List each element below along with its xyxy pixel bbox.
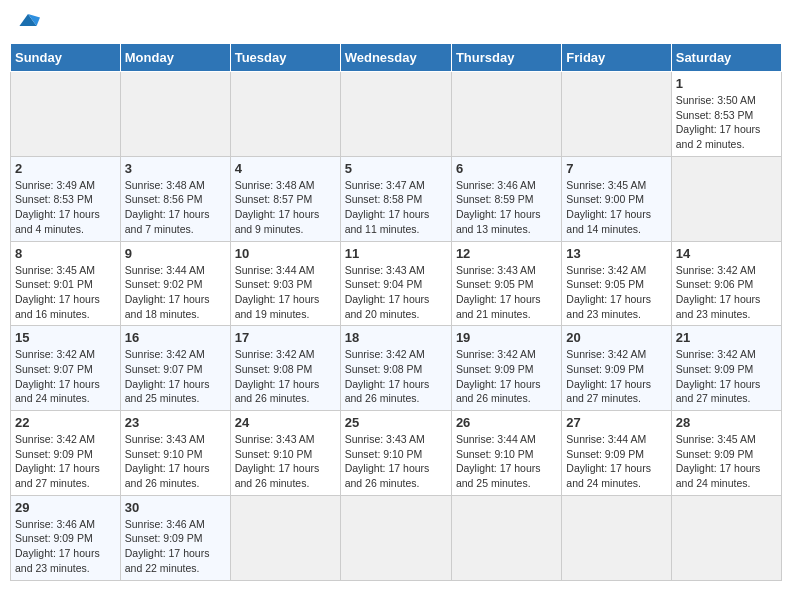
day-cell: 22Sunrise: 3:42 AMSunset: 9:09 PMDayligh… (11, 411, 121, 496)
day-number: 12 (456, 246, 557, 261)
calendar-header-row: SundayMondayTuesdayWednesdayThursdayFrid… (11, 44, 782, 72)
day-info: Sunrise: 3:44 AMSunset: 9:03 PMDaylight:… (235, 264, 320, 320)
day-cell: 4Sunrise: 3:48 AMSunset: 8:57 PMDaylight… (230, 156, 340, 241)
day-number: 21 (676, 330, 777, 345)
day-cell: 18Sunrise: 3:42 AMSunset: 9:08 PMDayligh… (340, 326, 451, 411)
column-header-thursday: Thursday (451, 44, 561, 72)
day-number: 19 (456, 330, 557, 345)
day-info: Sunrise: 3:43 AMSunset: 9:05 PMDaylight:… (456, 264, 541, 320)
day-cell: 29Sunrise: 3:46 AMSunset: 9:09 PMDayligh… (11, 495, 121, 580)
day-number: 14 (676, 246, 777, 261)
day-number: 27 (566, 415, 666, 430)
day-info: Sunrise: 3:43 AMSunset: 9:04 PMDaylight:… (345, 264, 430, 320)
day-number: 16 (125, 330, 226, 345)
day-number: 25 (345, 415, 447, 430)
day-info: Sunrise: 3:42 AMSunset: 9:07 PMDaylight:… (125, 348, 210, 404)
empty-cell (230, 495, 340, 580)
day-info: Sunrise: 3:43 AMSunset: 9:10 PMDaylight:… (345, 433, 430, 489)
calendar-row: 2Sunrise: 3:49 AMSunset: 8:53 PMDaylight… (11, 156, 782, 241)
column-header-monday: Monday (120, 44, 230, 72)
day-cell: 13Sunrise: 3:42 AMSunset: 9:05 PMDayligh… (562, 241, 671, 326)
day-cell: 27Sunrise: 3:44 AMSunset: 9:09 PMDayligh… (562, 411, 671, 496)
empty-cell (562, 495, 671, 580)
day-number: 28 (676, 415, 777, 430)
day-cell: 10Sunrise: 3:44 AMSunset: 9:03 PMDayligh… (230, 241, 340, 326)
empty-cell (120, 72, 230, 157)
logo (14, 10, 42, 35)
day-number: 7 (566, 161, 666, 176)
day-cell: 26Sunrise: 3:44 AMSunset: 9:10 PMDayligh… (451, 411, 561, 496)
day-cell: 2Sunrise: 3:49 AMSunset: 8:53 PMDaylight… (11, 156, 121, 241)
column-header-saturday: Saturday (671, 44, 781, 72)
empty-cell (230, 72, 340, 157)
day-info: Sunrise: 3:45 AMSunset: 9:09 PMDaylight:… (676, 433, 761, 489)
calendar-row: 15Sunrise: 3:42 AMSunset: 9:07 PMDayligh… (11, 326, 782, 411)
day-cell: 12Sunrise: 3:43 AMSunset: 9:05 PMDayligh… (451, 241, 561, 326)
day-cell: 30Sunrise: 3:46 AMSunset: 9:09 PMDayligh… (120, 495, 230, 580)
day-number: 8 (15, 246, 116, 261)
day-info: Sunrise: 3:48 AMSunset: 8:57 PMDaylight:… (235, 179, 320, 235)
day-number: 10 (235, 246, 336, 261)
day-cell: 19Sunrise: 3:42 AMSunset: 9:09 PMDayligh… (451, 326, 561, 411)
day-cell: 15Sunrise: 3:42 AMSunset: 9:07 PMDayligh… (11, 326, 121, 411)
day-cell: 9Sunrise: 3:44 AMSunset: 9:02 PMDaylight… (120, 241, 230, 326)
day-info: Sunrise: 3:46 AMSunset: 8:59 PMDaylight:… (456, 179, 541, 235)
empty-cell (671, 156, 781, 241)
day-cell: 28Sunrise: 3:45 AMSunset: 9:09 PMDayligh… (671, 411, 781, 496)
day-cell: 5Sunrise: 3:47 AMSunset: 8:58 PMDaylight… (340, 156, 451, 241)
day-number: 17 (235, 330, 336, 345)
empty-cell (340, 72, 451, 157)
empty-cell (451, 72, 561, 157)
day-info: Sunrise: 3:44 AMSunset: 9:09 PMDaylight:… (566, 433, 651, 489)
logo-icon (16, 10, 40, 30)
day-info: Sunrise: 3:42 AMSunset: 9:08 PMDaylight:… (235, 348, 320, 404)
calendar-row: 1Sunrise: 3:50 AMSunset: 8:53 PMDaylight… (11, 72, 782, 157)
column-header-tuesday: Tuesday (230, 44, 340, 72)
column-header-friday: Friday (562, 44, 671, 72)
day-info: Sunrise: 3:47 AMSunset: 8:58 PMDaylight:… (345, 179, 430, 235)
day-info: Sunrise: 3:42 AMSunset: 9:09 PMDaylight:… (456, 348, 541, 404)
day-info: Sunrise: 3:48 AMSunset: 8:56 PMDaylight:… (125, 179, 210, 235)
calendar-table: SundayMondayTuesdayWednesdayThursdayFrid… (10, 43, 782, 581)
day-number: 30 (125, 500, 226, 515)
day-cell: 3Sunrise: 3:48 AMSunset: 8:56 PMDaylight… (120, 156, 230, 241)
day-number: 22 (15, 415, 116, 430)
empty-cell (451, 495, 561, 580)
day-cell: 1Sunrise: 3:50 AMSunset: 8:53 PMDaylight… (671, 72, 781, 157)
day-info: Sunrise: 3:42 AMSunset: 9:06 PMDaylight:… (676, 264, 761, 320)
day-cell: 25Sunrise: 3:43 AMSunset: 9:10 PMDayligh… (340, 411, 451, 496)
day-info: Sunrise: 3:42 AMSunset: 9:05 PMDaylight:… (566, 264, 651, 320)
day-info: Sunrise: 3:42 AMSunset: 9:09 PMDaylight:… (15, 433, 100, 489)
day-info: Sunrise: 3:46 AMSunset: 9:09 PMDaylight:… (125, 518, 210, 574)
day-info: Sunrise: 3:46 AMSunset: 9:09 PMDaylight:… (15, 518, 100, 574)
empty-cell (671, 495, 781, 580)
empty-cell (562, 72, 671, 157)
day-number: 23 (125, 415, 226, 430)
day-number: 24 (235, 415, 336, 430)
day-number: 3 (125, 161, 226, 176)
day-number: 29 (15, 500, 116, 515)
day-info: Sunrise: 3:42 AMSunset: 9:09 PMDaylight:… (676, 348, 761, 404)
column-header-sunday: Sunday (11, 44, 121, 72)
day-info: Sunrise: 3:43 AMSunset: 9:10 PMDaylight:… (235, 433, 320, 489)
day-cell: 20Sunrise: 3:42 AMSunset: 9:09 PMDayligh… (562, 326, 671, 411)
day-info: Sunrise: 3:44 AMSunset: 9:10 PMDaylight:… (456, 433, 541, 489)
day-cell: 23Sunrise: 3:43 AMSunset: 9:10 PMDayligh… (120, 411, 230, 496)
day-info: Sunrise: 3:50 AMSunset: 8:53 PMDaylight:… (676, 94, 761, 150)
calendar-row: 8Sunrise: 3:45 AMSunset: 9:01 PMDaylight… (11, 241, 782, 326)
day-cell: 17Sunrise: 3:42 AMSunset: 9:08 PMDayligh… (230, 326, 340, 411)
day-number: 4 (235, 161, 336, 176)
page-header (10, 10, 782, 35)
day-info: Sunrise: 3:43 AMSunset: 9:10 PMDaylight:… (125, 433, 210, 489)
day-number: 20 (566, 330, 666, 345)
day-info: Sunrise: 3:42 AMSunset: 9:09 PMDaylight:… (566, 348, 651, 404)
empty-cell (340, 495, 451, 580)
day-cell: 11Sunrise: 3:43 AMSunset: 9:04 PMDayligh… (340, 241, 451, 326)
day-number: 9 (125, 246, 226, 261)
day-number: 6 (456, 161, 557, 176)
calendar-row: 29Sunrise: 3:46 AMSunset: 9:09 PMDayligh… (11, 495, 782, 580)
day-number: 26 (456, 415, 557, 430)
day-number: 18 (345, 330, 447, 345)
day-number: 2 (15, 161, 116, 176)
empty-cell (11, 72, 121, 157)
